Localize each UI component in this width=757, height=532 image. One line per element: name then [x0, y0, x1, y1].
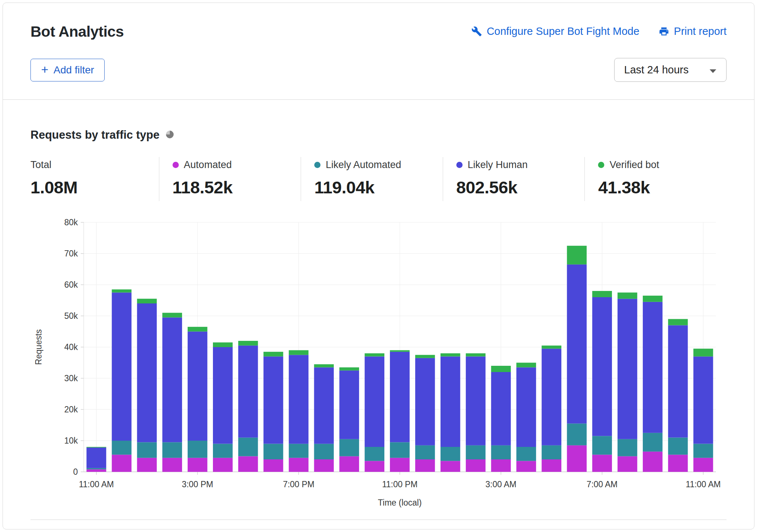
svg-text:70k: 70k: [64, 249, 78, 258]
stat-likely-automated: Likely Automated119.04k: [301, 157, 443, 201]
section-title: Requests by traffic type: [30, 128, 159, 142]
header: Bot Analytics Configure Super Bot Fight …: [3, 3, 754, 99]
stat-verified-bot: Verified bot41.38k: [584, 157, 727, 201]
legend-dot: [314, 162, 320, 168]
stat-value: 41.38k: [598, 177, 727, 197]
stat-value: 1.08M: [30, 177, 159, 197]
legend-dot: [173, 162, 179, 168]
time-range-select[interactable]: Last 24 hours: [614, 58, 727, 82]
time-range-value: Last 24 hours: [624, 64, 689, 76]
configure-link-label: Configure Super Bot Fight Mode: [487, 25, 640, 37]
svg-text:30k: 30k: [64, 374, 78, 383]
svg-text:80k: 80k: [64, 218, 78, 227]
stat-value: 118.52k: [173, 177, 301, 197]
stat-likely-human: Likely Human802.56k: [443, 157, 585, 201]
stat-label: Automated: [184, 159, 232, 171]
page-title: Bot Analytics: [30, 23, 124, 40]
print-link-label: Print report: [674, 25, 727, 37]
requests-by-traffic-type-chart[interactable]: 010k20k30k40k50k60k70k80k11:00 AM3:00 PM…: [30, 211, 727, 514]
svg-text:40k: 40k: [64, 342, 78, 352]
bot-analytics-card: Bot Analytics Configure Super Bot Fight …: [3, 3, 754, 529]
svg-text:Requests: Requests: [34, 329, 43, 365]
stat-label: Total: [30, 159, 51, 171]
pie-chart-icon: [165, 130, 174, 141]
plus-icon: +: [41, 63, 48, 76]
stat-automated: Automated118.52k: [159, 157, 301, 201]
stat-value: 119.04k: [314, 177, 443, 197]
wrench-icon: [471, 26, 482, 37]
traffic-type-stats: Total1.08MAutomated118.52kLikely Automat…: [30, 157, 727, 201]
stat-label: Likely Automated: [326, 159, 401, 171]
stat-value: 802.56k: [456, 177, 585, 197]
svg-text:Time (local): Time (local): [378, 498, 421, 507]
svg-text:11:00 AM: 11:00 AM: [79, 480, 114, 489]
printer-icon: [659, 26, 669, 37]
svg-text:20k: 20k: [64, 405, 78, 414]
svg-text:11:00 PM: 11:00 PM: [382, 480, 418, 489]
svg-text:10k: 10k: [64, 436, 78, 445]
svg-text:60k: 60k: [64, 280, 78, 289]
stat-label: Likely Human: [468, 159, 528, 171]
configure-super-bot-fight-mode-link[interactable]: Configure Super Bot Fight Mode: [471, 25, 640, 37]
svg-text:3:00 AM: 3:00 AM: [485, 480, 516, 489]
stat-total: Total1.08M: [30, 157, 159, 201]
section-divider: [30, 520, 727, 520]
main-content: Requests by traffic type Total1.08MAutom…: [3, 100, 754, 520]
legend-dot: [456, 162, 463, 168]
print-report-link[interactable]: Print report: [659, 25, 727, 37]
add-filter-label: Add filter: [54, 64, 94, 76]
svg-text:11:00 AM: 11:00 AM: [686, 480, 721, 489]
svg-text:0: 0: [73, 467, 78, 477]
stat-label: Verified bot: [609, 159, 659, 171]
svg-text:50k: 50k: [64, 311, 78, 321]
chevron-down-icon: [709, 64, 717, 76]
svg-text:7:00 PM: 7:00 PM: [283, 480, 315, 489]
svg-text:7:00 AM: 7:00 AM: [587, 480, 617, 489]
legend-dot: [598, 162, 604, 168]
add-filter-button[interactable]: + Add filter: [30, 59, 105, 81]
svg-text:3:00 PM: 3:00 PM: [182, 480, 213, 489]
